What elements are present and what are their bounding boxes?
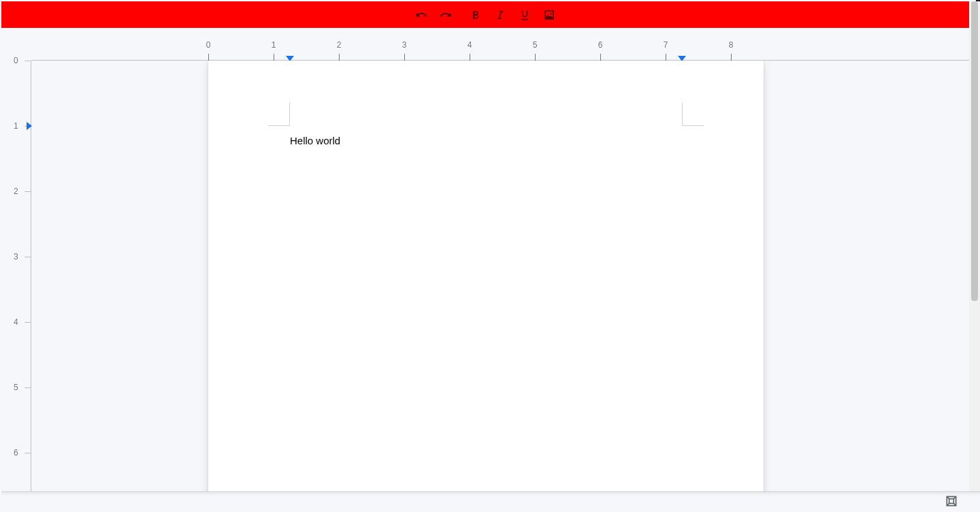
italic-button[interactable] xyxy=(488,3,512,27)
hruler-tick xyxy=(470,54,470,61)
image-icon xyxy=(542,8,556,22)
margin-guide-top-right xyxy=(682,103,704,126)
canvas-bottom-shadow xyxy=(1,491,980,496)
italic-icon xyxy=(493,8,507,22)
hruler-label: 6 xyxy=(598,40,603,50)
hruler-label: 8 xyxy=(729,40,734,50)
undo-button[interactable] xyxy=(409,3,434,27)
hruler-label: 3 xyxy=(402,40,407,50)
vruler-tick xyxy=(24,191,31,192)
document-body[interactable]: Hello world xyxy=(290,134,682,148)
hruler-tick xyxy=(600,54,601,61)
vruler-label: 6 xyxy=(14,448,18,458)
hruler-tick xyxy=(535,54,536,61)
redo-button[interactable] xyxy=(434,3,458,27)
svg-rect-1 xyxy=(949,499,954,504)
vruler-tick xyxy=(24,453,31,453)
hruler-label: 7 xyxy=(664,40,668,50)
hruler-label: 4 xyxy=(468,40,472,50)
vruler-label: 1 xyxy=(14,121,18,131)
vruler-tick xyxy=(24,257,31,257)
redo-icon xyxy=(439,8,453,22)
vruler-label: 2 xyxy=(14,187,18,196)
hruler-tick xyxy=(208,54,209,61)
vertical-ruler[interactable]: 0123456 xyxy=(1,61,31,492)
vruler-tick xyxy=(24,387,31,388)
vruler-label: 0 xyxy=(14,56,18,65)
insert-image-button[interactable] xyxy=(537,3,561,27)
horizontal-ruler[interactable]: 012345678 xyxy=(1,28,969,61)
formatting-toolbar xyxy=(1,1,969,28)
vruler-label: 4 xyxy=(14,317,18,327)
hruler-label: 5 xyxy=(533,40,538,50)
undo-icon xyxy=(414,8,428,22)
editor-workspace: 012345678 0123456 Hello world xyxy=(1,28,969,492)
underline-icon xyxy=(518,8,532,22)
vruler-label: 3 xyxy=(14,252,18,261)
hruler-label: 1 xyxy=(272,40,276,50)
vruler-tick xyxy=(24,61,31,61)
explore-button[interactable] xyxy=(943,493,960,509)
hruler-tick xyxy=(666,54,666,61)
bottom-bar xyxy=(1,492,980,512)
document-page: Hello world xyxy=(208,61,764,492)
bold-button[interactable] xyxy=(463,3,488,27)
hruler-tick xyxy=(404,54,405,61)
vruler-label: 5 xyxy=(14,383,18,392)
hruler-tick xyxy=(339,54,340,61)
hruler-tick xyxy=(731,54,732,61)
hruler-label: 0 xyxy=(206,40,211,50)
explore-icon xyxy=(945,494,958,508)
document-canvas[interactable]: Hello world xyxy=(31,61,969,492)
bold-icon xyxy=(469,8,483,22)
hruler-label: 2 xyxy=(337,40,342,50)
hruler-tick xyxy=(274,54,274,61)
vruler-tick xyxy=(24,322,31,323)
scrollbar-thumb[interactable] xyxy=(971,1,978,301)
vertical-scrollbar[interactable] xyxy=(969,1,980,492)
underline-button[interactable] xyxy=(512,3,537,27)
margin-guide-top-left xyxy=(268,103,290,126)
